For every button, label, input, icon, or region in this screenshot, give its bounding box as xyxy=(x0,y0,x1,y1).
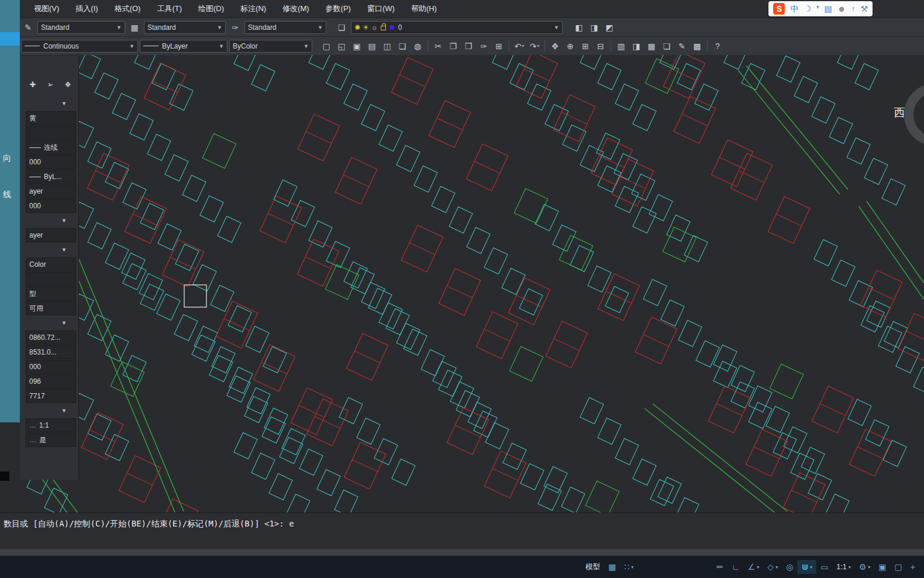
properties-button[interactable]: ▥ xyxy=(614,39,628,53)
palette-anchor-box[interactable] xyxy=(0,472,9,481)
wrench-icon[interactable]: ⚒ xyxy=(860,1,868,16)
chinese-mode-icon[interactable]: 中 xyxy=(790,1,798,16)
layer-freeze-sun-icon[interactable]: ☀ xyxy=(363,23,369,32)
property-row[interactable]: 型 xyxy=(26,287,76,301)
linetype-combo[interactable]: Continuous ▼ xyxy=(21,40,138,53)
menu-item[interactable]: 工具(T) xyxy=(149,0,190,18)
current-style-combo[interactable]: Standard ▼ xyxy=(244,21,326,34)
help-button[interactable]: ? xyxy=(711,39,725,53)
moon-mode-icon[interactable]: ☽ xyxy=(804,1,811,16)
keyboard-icon[interactable]: ▤ xyxy=(824,1,832,16)
select-objects-icon[interactable]: ➢ xyxy=(46,80,55,89)
plot-style-combo[interactable]: ByColor ▼ xyxy=(229,40,312,53)
lineweight-toggle[interactable]: ▭ xyxy=(816,560,832,574)
up-arrow-icon[interactable]: ↑ xyxy=(851,1,855,16)
property-row[interactable]: 000 xyxy=(26,360,76,374)
cut-button[interactable]: ✂ xyxy=(431,39,445,53)
object-snap-tracking-toggle[interactable]: ◎ xyxy=(782,560,797,574)
property-category-header[interactable]: ▼ xyxy=(22,97,76,111)
property-row[interactable]: 8531.0... xyxy=(26,345,76,359)
property-category-header[interactable]: ▼ xyxy=(22,404,76,418)
grid-toggle[interactable]: ▦ xyxy=(604,560,620,574)
copy-button[interactable]: ❐ xyxy=(446,39,460,53)
drawing-canvas[interactable]: 西 xyxy=(0,55,924,512)
property-row[interactable] xyxy=(26,126,76,140)
customize-button[interactable]: + xyxy=(906,560,919,574)
annotate-style-button[interactable]: ✎ xyxy=(21,20,35,35)
zoom-realtime-button[interactable]: ⊕ xyxy=(563,39,577,53)
sogou-logo-icon[interactable]: S xyxy=(773,3,785,15)
layer-states-button[interactable]: ◩ xyxy=(602,20,616,35)
dimension-style-combo[interactable]: Standard ▼ xyxy=(144,21,226,34)
layer-on-bulb-icon[interactable]: ✺ xyxy=(354,23,360,32)
markup-button[interactable]: ✎ xyxy=(675,39,689,53)
open-button[interactable]: ◱ xyxy=(335,39,349,53)
undo-button[interactable]: ↶▾ xyxy=(512,39,526,53)
pan-button[interactable]: ✥ xyxy=(548,39,562,53)
annotation-monitor-button[interactable]: ▣ xyxy=(874,560,890,574)
clean-screen-button[interactable]: ▢ xyxy=(891,560,906,574)
layer-viewport-freeze-icon[interactable]: ☼ xyxy=(371,23,378,32)
sheet-set-manager-button[interactable]: ❏ xyxy=(660,39,674,53)
dynamic-input-toggle[interactable]: ✏ xyxy=(712,560,728,574)
redo-button[interactable]: ↷▾ xyxy=(527,39,542,53)
new-button[interactable]: ▢ xyxy=(319,39,333,53)
property-row[interactable]: …是 xyxy=(26,433,76,447)
plot-button[interactable]: ▤ xyxy=(365,39,379,53)
isodraft-toggle[interactable]: ◇▾ xyxy=(763,560,782,574)
ime-toolbar[interactable]: S 中☽❜▤☻↑⚒ xyxy=(768,1,873,16)
design-center-button[interactable]: ◨ xyxy=(629,39,643,53)
property-category-header[interactable]: ▼ xyxy=(22,214,76,228)
property-category-header[interactable]: ▼ xyxy=(22,316,76,330)
palette-dock-highlight[interactable] xyxy=(0,32,20,46)
property-row[interactable]: ByL... xyxy=(26,170,76,184)
layer-color-swatch[interactable] xyxy=(389,25,395,30)
property-row[interactable]: 000 xyxy=(26,199,76,213)
plot-preview-button[interactable]: ◫ xyxy=(380,39,394,53)
match-properties-button[interactable]: ✑ xyxy=(477,39,491,53)
layer-control-combo[interactable]: ✺ ☀ ☼ 0 ▼ xyxy=(351,21,563,34)
menu-item[interactable]: 帮助(H) xyxy=(403,0,445,18)
text-style-combo[interactable]: Standard ▼ xyxy=(37,21,125,34)
layer-lock-icon[interactable] xyxy=(381,26,386,30)
tool-palettes-button[interactable]: ▦ xyxy=(644,39,658,53)
annotation-scale-button[interactable]: 1:1▾ xyxy=(832,560,854,574)
publish-button[interactable]: ❏ xyxy=(395,39,409,53)
menu-item[interactable]: 绘图(D) xyxy=(190,0,232,18)
punctuation-icon[interactable]: ❜ xyxy=(816,1,819,16)
layer-properties-button[interactable]: ❏ xyxy=(335,20,349,35)
paste-button[interactable]: ❒ xyxy=(461,39,475,53)
toggle-pickadd-icon[interactable]: ✚ xyxy=(28,80,37,89)
menu-item[interactable]: 格式(O) xyxy=(106,0,149,18)
palette-dock-bar[interactable]: 向线 xyxy=(0,0,20,422)
property-row[interactable]: 可用 xyxy=(26,301,76,315)
property-category-header[interactable]: ▼ xyxy=(22,243,76,257)
make-object-layer-current-button[interactable]: ◧ xyxy=(572,20,586,35)
table-style-button[interactable]: ▦ xyxy=(127,20,142,35)
property-row[interactable]: …1:1 xyxy=(26,418,76,432)
person-icon[interactable]: ☻ xyxy=(837,1,846,16)
compass-west-label[interactable]: 西 xyxy=(894,106,905,119)
menu-item[interactable]: 视图(V) xyxy=(26,0,67,18)
snap-toggle[interactable]: ∷▾ xyxy=(620,560,637,574)
quick-select-icon[interactable]: ❖ xyxy=(63,80,73,89)
property-row[interactable]: 096 xyxy=(26,374,76,388)
property-row[interactable]: ayer xyxy=(26,228,76,242)
property-row[interactable] xyxy=(26,272,76,286)
property-row[interactable]: 0860.72... xyxy=(26,331,76,345)
property-row[interactable]: 7717 xyxy=(26,389,76,403)
layer-previous-button[interactable]: ◨ xyxy=(587,20,601,35)
menu-item[interactable]: 窗口(W) xyxy=(359,0,403,18)
property-row[interactable]: 黄 xyxy=(26,111,76,125)
model-space-button[interactable]: 模型 xyxy=(581,560,604,574)
block-editor-button[interactable]: ⊞ xyxy=(492,39,506,53)
multileader-style-button[interactable]: ✑ xyxy=(228,20,242,35)
zoom-window-button[interactable]: ⊞ xyxy=(578,39,592,53)
workspace-switching-button[interactable]: ⚙▾ xyxy=(855,560,875,574)
lineweight-combo[interactable]: ByLayer ▼ xyxy=(140,40,227,53)
menu-item[interactable]: 插入(I) xyxy=(67,0,106,18)
menu-item[interactable]: 修改(M) xyxy=(274,0,318,18)
polar-tracking-toggle[interactable]: ∠▾ xyxy=(744,560,764,574)
web-button[interactable]: ◍ xyxy=(411,39,425,53)
zoom-previous-button[interactable]: ⊟ xyxy=(594,39,608,53)
